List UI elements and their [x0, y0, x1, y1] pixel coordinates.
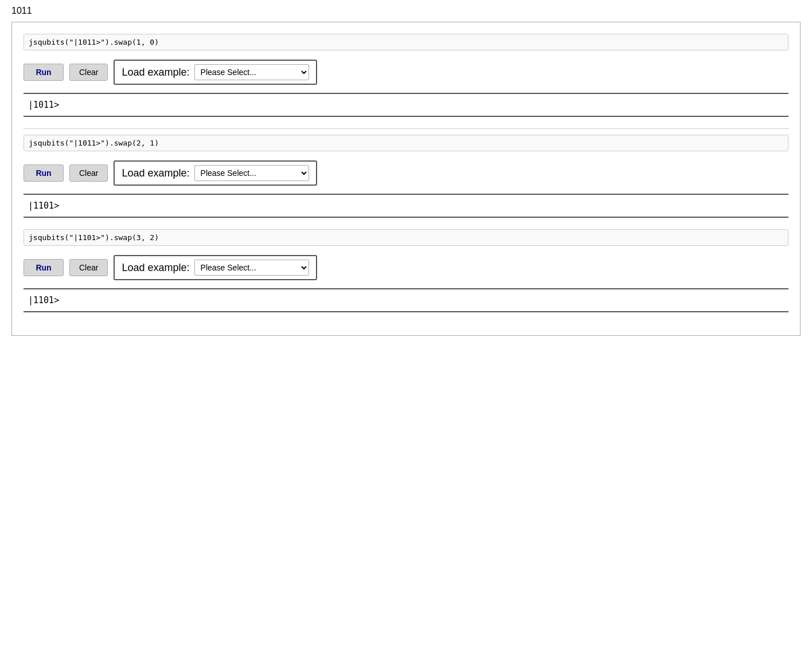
clear-button-2[interactable]: Clear [69, 164, 108, 182]
outer-box: Run Clear Load example: Please Select...… [11, 22, 801, 336]
run-button-2[interactable]: Run [24, 164, 64, 182]
load-example-select-3[interactable]: Please Select... [194, 260, 309, 276]
run-button-1[interactable]: Run [24, 64, 64, 81]
run-button-3[interactable]: Run [24, 259, 64, 276]
load-example-label-2: Load example: [122, 167, 189, 179]
repl-block-1: Run Clear Load example: Please Select...… [24, 34, 788, 129]
clear-button-1[interactable]: Clear [69, 64, 108, 81]
output-1: |1011> [24, 93, 788, 117]
load-example-container-3: Load example: Please Select... [114, 255, 317, 280]
load-example-select-1[interactable]: Please Select... [194, 64, 309, 80]
load-example-label-3: Load example: [122, 262, 189, 274]
output-2: |1101> [24, 194, 788, 218]
repl-block-2: Run Clear Load example: Please Select...… [24, 135, 788, 324]
output-3: |1101> [24, 288, 788, 312]
code-input-2[interactable] [24, 135, 788, 151]
code-input-1[interactable] [24, 34, 788, 50]
load-example-label-1: Load example: [122, 66, 189, 79]
clear-button-3[interactable]: Clear [69, 259, 108, 276]
load-example-select-2[interactable]: Please Select... [194, 165, 309, 181]
load-example-container-1: Load example: Please Select... [114, 60, 317, 85]
load-example-container-2: Load example: Please Select... [114, 160, 317, 186]
code-input-3[interactable] [24, 229, 788, 246]
page-title: 1011 [11, 6, 801, 16]
